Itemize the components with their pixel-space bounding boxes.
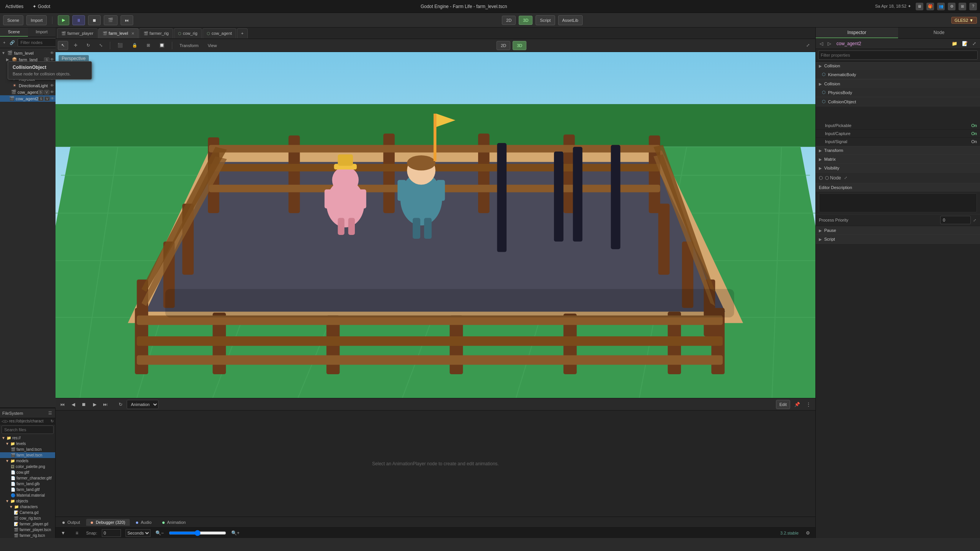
fs-item-farmlevel-tscn[interactable]: 🎬 farm_level.tscn — [0, 452, 55, 458]
filesystem-menu-btn[interactable]: ☰ — [47, 410, 53, 416]
node-expand-btn[interactable]: ⤢ — [843, 175, 848, 181]
new-tab-btn[interactable]: + — [237, 28, 248, 38]
add-node-btn[interactable]: + — [2, 39, 7, 46]
move-tool-btn[interactable]: ✛ — [70, 41, 81, 50]
tab-farm-level[interactable]: 🎬 farm_level ✕ — [98, 28, 139, 38]
fs-item-cowrigtscn[interactable]: 🎬 cow_rig.tscn — [0, 515, 55, 521]
tree-item-farm-level[interactable]: ▼ 🎬 farm_level 👁 — [0, 50, 56, 56]
script-header[interactable]: ▶ Script — [816, 235, 980, 243]
vp-3d-btn[interactable]: 3D — [513, 41, 526, 50]
anim-next-btn[interactable]: ▶ — [90, 400, 99, 409]
anim-name-select[interactable]: Animation — [127, 400, 158, 409]
snap-btn[interactable]: 🔲 — [156, 41, 168, 50]
inspector-history-prev-btn[interactable]: ◁ — [818, 40, 825, 47]
timeline-zoom-out-btn[interactable]: 🔍− — [155, 528, 164, 538]
fs-item-farmerplayergd[interactable]: 📝 farmer_player.gd — [0, 521, 55, 527]
visibility-header[interactable]: ▶ Visibility — [816, 164, 980, 172]
fs-item-farmchargltf[interactable]: 📄 farmer_character.gltf — [0, 475, 55, 481]
group-btn[interactable]: ⊞ — [143, 41, 154, 50]
viewport-3d[interactable]: Perspective — [56, 52, 815, 398]
anim-pin-btn[interactable]: 📌 — [792, 400, 802, 409]
editor-description-header[interactable]: Editor Description — [816, 183, 980, 192]
open-in-editor-btn[interactable]: 📁 — [950, 40, 959, 47]
monitor-icon[interactable]: 🖥 — [916, 3, 923, 10]
link-node-btn[interactable]: 🔗 — [8, 39, 16, 46]
fs-item-palette[interactable]: 🖼 color_palette.png — [0, 464, 55, 469]
inspector-history-next-btn[interactable]: ▷ — [826, 40, 833, 47]
tab-node[interactable]: Node — [898, 28, 980, 38]
fs-item-objects[interactable]: ▼ 📁 objects — [0, 498, 55, 504]
fs-item-farmland-tscn[interactable]: 🎬 farm_land.tscn — [0, 447, 55, 452]
anim-forward-btn[interactable]: ⏭ — [101, 400, 110, 409]
movie-button[interactable]: 🎬 — [104, 15, 118, 25]
anim-stop-btn[interactable]: ⏹ — [79, 400, 88, 409]
tab-inspector[interactable]: Inspector — [816, 28, 898, 38]
transform-menu-btn[interactable]: Transform — [176, 41, 202, 50]
import-menu-btn[interactable]: Import — [26, 15, 47, 25]
stop-button[interactable]: ⏹ — [88, 15, 101, 25]
grid-icon[interactable]: ⊞ — [959, 3, 966, 10]
activities-label[interactable]: Activities — [3, 3, 26, 10]
scale-tool-btn[interactable]: ⤡ — [96, 41, 106, 50]
fs-item-farmerrigtscn[interactable]: 🎬 farmer_rig.tscn — [0, 533, 55, 538]
select-tool-btn[interactable]: ↖ — [58, 41, 68, 50]
maximize-btn[interactable]: ⤢ — [803, 41, 813, 50]
view-script-btn[interactable]: 📝 — [960, 40, 969, 47]
rotate-tool-btn[interactable]: ↻ — [83, 41, 93, 50]
script-button[interactable]: Script — [536, 15, 555, 25]
anim-rewind-btn[interactable]: ⏮ — [58, 400, 67, 409]
anim-loop-btn[interactable]: ↻ — [116, 400, 125, 409]
fs-search-input[interactable] — [2, 425, 54, 434]
people-icon[interactable]: 👥 — [937, 3, 945, 10]
status-filter-btn[interactable]: ▼ — [59, 528, 68, 538]
tab-farmer-player[interactable]: 🎬 farmer_player — [57, 28, 98, 38]
timeline-slider[interactable] — [169, 530, 226, 536]
pause-button[interactable]: ⏸ — [72, 15, 85, 25]
seconds-select[interactable]: Seconds — [126, 529, 150, 537]
filter-properties-input[interactable] — [818, 51, 978, 60]
tab-farmer-rig[interactable]: 🎬 farmer_rig — [139, 28, 173, 38]
fs-item-farmlandglb[interactable]: 📄 farm_land.glb — [0, 481, 55, 487]
fs-item-cameragd[interactable]: 📝 Camera.gd — [0, 510, 55, 515]
tab-cow-rig[interactable]: ⬡ cow_rig — [174, 28, 202, 38]
fs-item-levels[interactable]: ▼ 📁 levels — [0, 441, 55, 447]
tab-debugger[interactable]: Debugger (320) — [86, 519, 130, 526]
matrix-header[interactable]: ▶ Matrix — [816, 155, 980, 163]
tree-item-dirlight[interactable]: ▶ ☀ DirectionalLight 👁 — [0, 82, 56, 89]
fs-item-cowgltf[interactable]: 📄 cow.gltf — [0, 469, 55, 475]
anim-settings-btn[interactable]: ⋮ — [804, 400, 813, 409]
status-list-btn[interactable]: ≡ — [72, 528, 82, 538]
remote-button[interactable]: ⏭ — [121, 15, 133, 25]
process-priority-input[interactable] — [940, 216, 971, 224]
collision-header-1[interactable]: ▶ Collision — [816, 62, 980, 70]
view-menu-btn[interactable]: View — [204, 41, 220, 50]
fs-path-arrow-right[interactable]: ▷ — [5, 419, 8, 423]
godot-menu[interactable]: ✦ Godot — [30, 3, 52, 10]
fs-item-characters[interactable]: ▼ 📁 characters — [0, 504, 55, 510]
tab-cow-agent[interactable]: ⬡ cow_agent — [203, 28, 236, 38]
lock-btn[interactable]: 🔒 — [129, 41, 141, 50]
tab-animation[interactable]: Animation — [158, 519, 190, 526]
editor-description-textarea[interactable] — [819, 193, 977, 212]
help-icon[interactable]: ? — [969, 3, 977, 10]
gift-icon[interactable]: 🎁 — [926, 3, 934, 10]
tab-scene[interactable]: Scene — [0, 28, 28, 37]
fs-path-arrow-left[interactable]: ◁ — [2, 419, 5, 423]
inspector-expand-btn[interactable]: ⤢ — [971, 40, 978, 47]
fs-path-refresh-btn[interactable]: ↻ — [51, 419, 54, 423]
fs-item-farmerplayertscn[interactable]: 🎬 farmer_player.tscn — [0, 527, 55, 533]
settings-icon[interactable]: ⚙ — [948, 3, 956, 10]
tab-audio[interactable]: Audio — [131, 519, 156, 526]
transform-header[interactable]: ▶ Transform — [816, 146, 980, 155]
collision-header-2[interactable]: ▶ Collision — [816, 80, 980, 88]
tree-item-cow-agent[interactable]: ▶ 🎬 cow_agent S V 👁 — [0, 89, 56, 95]
snap-value-input[interactable]: 0 — [102, 529, 121, 537]
timeline-zoom-in-btn[interactable]: 🔍+ — [231, 528, 240, 538]
fs-item-res[interactable]: ▼ 📁 res:// — [0, 435, 55, 441]
process-priority-expand-btn[interactable]: ⤢ — [972, 217, 977, 223]
assetlib-button[interactable]: AssetLib — [558, 15, 583, 25]
scene-menu-btn[interactable]: Scene — [3, 15, 23, 25]
mode-3d-button[interactable]: 3D — [519, 16, 532, 25]
tree-item-cow-agent2[interactable]: ▶ 🎬 cow_agent2 S V 👁 — [0, 95, 56, 102]
fs-item-farmlandgltf[interactable]: 📄 farm_land.gltf — [0, 487, 55, 492]
